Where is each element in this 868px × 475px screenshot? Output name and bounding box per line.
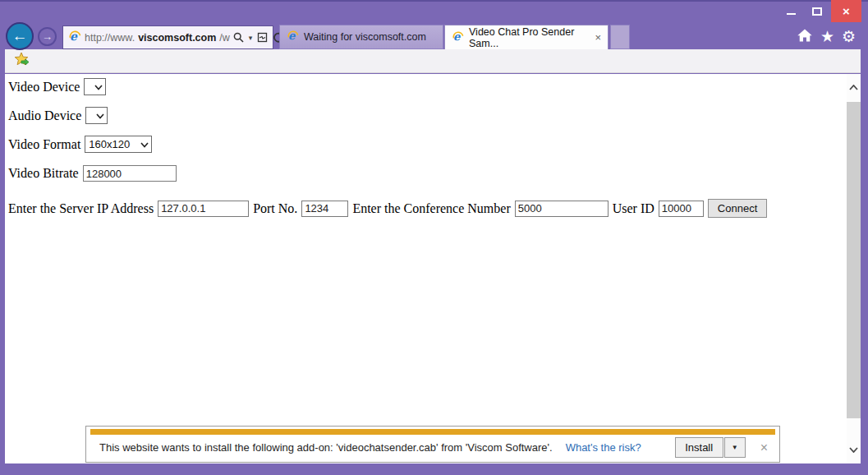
tab-bar: e Waiting for viscomsoft.com e Video Cha… (279, 25, 630, 49)
scrollbar-thumb[interactable] (847, 102, 861, 418)
video-format-row: Video Format 160x120 (8, 136, 152, 153)
compatibility-view-icon[interactable] (257, 32, 268, 43)
install-split-button: Install ▼ (675, 437, 746, 458)
video-format-label: Video Format (8, 137, 80, 152)
new-tab-button[interactable] (610, 25, 630, 49)
add-favorite-star-icon[interactable] (13, 51, 30, 71)
browser-chrome-icons: ★ ⚙ (797, 27, 856, 47)
close-window-button[interactable]: × (831, 0, 861, 22)
port-label: Port No. (253, 201, 297, 216)
scroll-up-arrow-icon[interactable] (847, 81, 861, 95)
forward-button[interactable]: → (38, 27, 57, 46)
settings-gear-icon[interactable]: ⚙ (842, 28, 856, 46)
page-content: Video Device Audio Device Video Format 1… (5, 74, 861, 463)
notification-gold-stripe (90, 429, 775, 435)
search-icon[interactable] (233, 32, 244, 43)
url-prefix: http://www. (85, 32, 135, 44)
chevron-down-icon (140, 138, 149, 150)
video-bitrate-label: Video Bitrate (8, 166, 79, 181)
dropdown-caret-icon: ▼ (732, 444, 738, 451)
port-input[interactable] (301, 201, 348, 217)
video-device-select[interactable] (84, 78, 106, 95)
ie-logo-icon: e (68, 30, 81, 45)
back-button[interactable]: ← (6, 22, 34, 50)
video-bitrate-input[interactable] (83, 165, 177, 182)
server-ip-label: Enter the Server IP Address (8, 201, 154, 216)
install-dropdown-button[interactable]: ▼ (724, 437, 746, 458)
install-button[interactable]: Install (675, 437, 723, 458)
notification-close-icon[interactable]: × (759, 440, 768, 455)
browser-window: × ← → e http://www.viscomsoft.com/w ▾ e (0, 0, 868, 475)
url-suffix: /w (219, 32, 230, 44)
video-bitrate-row: Video Bitrate (8, 165, 177, 182)
forward-arrow-icon: → (42, 30, 53, 43)
tab-video-chat-sender[interactable]: e Video Chat Pro Sender Sam... × (444, 25, 609, 49)
notification-message: This website wants to install the follow… (99, 441, 553, 454)
conference-number-input[interactable] (515, 201, 609, 217)
favorites-star-icon[interactable]: ★ (820, 28, 834, 46)
close-icon: × (843, 4, 850, 18)
video-format-value: 160x120 (89, 138, 130, 150)
home-icon[interactable] (797, 27, 813, 47)
tab-waiting[interactable]: e Waiting for viscomsoft.com (279, 25, 443, 49)
chevron-down-icon (96, 109, 104, 122)
chevron-down-icon (94, 81, 103, 93)
tab-favicon-icon: e (452, 30, 464, 45)
audio-device-label: Audio Device (8, 108, 81, 123)
vertical-scrollbar[interactable] (847, 74, 861, 463)
tab-favicon-icon: e (287, 30, 299, 44)
address-bar[interactable]: e http://www.viscomsoft.com/w ▾ (62, 25, 273, 49)
connect-button[interactable]: Connect (708, 199, 767, 218)
video-device-row: Video Device (8, 78, 106, 95)
url-domain: viscomsoft.com (138, 32, 216, 44)
maximize-icon (812, 7, 822, 16)
server-ip-input[interactable] (158, 201, 249, 217)
install-notification-bar: This website wants to install the follow… (85, 426, 780, 463)
minimize-button[interactable] (778, 0, 803, 22)
user-id-input[interactable] (659, 201, 704, 217)
conference-number-label: Enter the Conference Number (352, 201, 510, 216)
tab-label: Video Chat Pro Sender Sam... (469, 26, 590, 49)
search-dropdown-caret-icon[interactable]: ▾ (249, 34, 253, 42)
favorites-bar (5, 49, 861, 73)
maximize-button[interactable] (805, 0, 829, 22)
window-top-edge (0, 0, 868, 2)
whats-the-risk-link[interactable]: What's the risk? (566, 441, 641, 454)
audio-device-select[interactable] (85, 107, 108, 124)
video-format-select[interactable]: 160x120 (85, 136, 152, 153)
tab-close-icon[interactable]: × (595, 31, 601, 44)
user-id-label: User ID (613, 201, 654, 216)
audio-device-row: Audio Device (8, 107, 108, 124)
minimize-icon (787, 13, 796, 15)
tab-label: Waiting for viscomsoft.com (304, 31, 426, 43)
back-arrow-icon: ← (12, 27, 28, 45)
connection-row: Enter the Server IP Address Port No. Ent… (8, 199, 767, 218)
scroll-down-arrow-icon[interactable] (847, 443, 861, 457)
video-device-label: Video Device (8, 80, 80, 95)
